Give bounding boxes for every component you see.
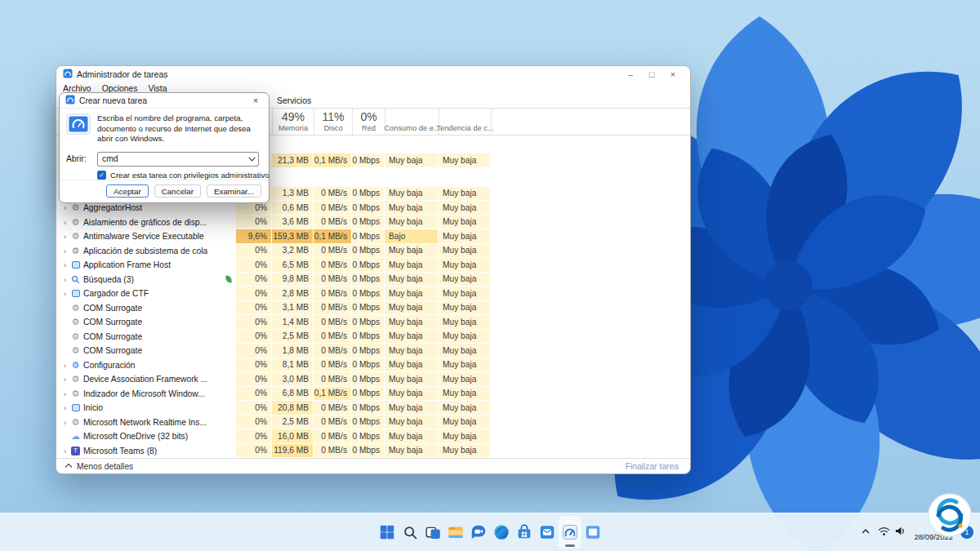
cell-mem: 2,5 MB [272,415,314,430]
expand-chevron-icon[interactable]: › [60,232,69,241]
process-name: ⚙ COM Surrogate [56,301,236,316]
process-row[interactable]: › Búsqueda (3) 0%9,8 MB0 MB/s0 MbpsMuy b… [56,273,690,287]
maximize-button[interactable]: □ [641,69,662,79]
menu-vista[interactable]: Vista [149,84,167,93]
expand-chevron-icon[interactable]: › [60,389,69,398]
cell-cpu: 0% [236,287,272,301]
cell-disk: 0 MB/s [314,273,352,287]
taskbar-task-manager-icon[interactable] [559,516,581,549]
process-row[interactable]: › ⚙ Aplicación de subsistema de cola 0%3… [56,244,690,259]
taskbar-chat-icon[interactable] [467,516,490,549]
gear-icon: ⚙ [69,304,82,313]
process-row[interactable]: ⚙ COM Surrogate 0%1,8 MB0 MB/s0 MbpsMuy … [56,344,690,358]
taskbar-mail-icon[interactable] [536,516,559,549]
close-button[interactable]: × [662,69,684,79]
expand-chevron-icon[interactable]: › [60,375,69,384]
cell-cpu: 0% [236,244,272,259]
row-filler [491,344,690,358]
process-row[interactable]: › Cargador de CTF 0%2,8 MB0 MB/s0 MbpsMu… [56,287,690,301]
process-row[interactable]: › Application Frame Host 0%6,5 MB0 MB/s0… [56,258,690,273]
row-filler [491,216,690,230]
process-row[interactable]: › ⚙ Antimalware Service Executable 9,6%1… [56,229,690,244]
cell-power: Muy baja [385,187,439,202]
process-row[interactable]: › ⚙ Microsoft Network Realtime Ins... 0%… [56,415,690,430]
admin-privileges-checkbox[interactable]: ✓ [97,171,106,180]
process-row[interactable]: ⚙ COM Surrogate 0%2,5 MB0 MB/s0 MbpsMuy … [56,330,690,344]
process-row[interactable]: › T Microsoft Teams (8) 0%119,6 MB0 MB/s… [56,444,690,459]
end-task-button[interactable]: Finalizar tarea [626,462,679,471]
cell-trend: Muy baja [439,229,491,244]
cell-power: Muy baja [385,444,439,459]
process-name: › ⚙ Aplicación de subsistema de cola [56,244,236,259]
browse-button[interactable]: Examinar... [207,184,261,198]
open-combobox[interactable]: cmd [97,152,259,167]
process-row[interactable]: › ⚙ Indizador de Microsoft Window... 0%6… [56,387,690,402]
expand-chevron-icon[interactable]: › [60,418,69,427]
cell-disk: 0 MB/s [314,315,352,330]
taskbar-task-view-icon[interactable] [421,516,444,549]
cell-cpu: 0% [236,358,272,373]
minimize-button[interactable]: – [620,69,641,79]
teams-icon: T [69,447,82,455]
cell-disk: 0 MB/s [314,301,352,316]
expand-chevron-icon[interactable]: › [60,361,69,370]
process-row[interactable]: › ⚙ Aislamiento de gráficos de disp... 0… [56,216,690,230]
expand-chevron-icon[interactable]: › [60,447,69,455]
cell-disk: 0 MB/s [314,401,352,415]
menu-archivo[interactable]: Archivo [63,84,91,93]
cell-disk: 0,1 MB/s [314,387,352,402]
row-filler [491,301,690,316]
cell-trend: Muy baja [439,372,491,387]
column-header-power[interactable]: Consumo de e... [385,109,439,135]
process-row[interactable]: › ⚙ Device Association Framework ... 0%3… [56,372,690,387]
status-bar: Menos detalles Finalizar tarea [56,458,690,473]
cell-net: 0 Mbps [352,273,385,287]
combo-dropdown-icon[interactable] [245,157,258,162]
network-icon [878,525,890,540]
desktop: Administrador de tareas – □ × ArchivoOpc… [0,0,980,551]
process-name: › ⚙ Indizador de Microsoft Window... [56,387,236,402]
expand-chevron-icon[interactable]: › [60,275,69,284]
cell-net: 0 Mbps [352,301,385,316]
expand-chevron-icon[interactable]: › [60,289,69,298]
process-row[interactable]: › ⚙ Configuración 0%8,1 MB0 MB/s0 MbpsMu… [56,358,690,373]
accept-button[interactable]: Aceptar [106,184,149,198]
taskbar-start-icon[interactable] [376,516,399,549]
cancel-button[interactable]: Cancelar [154,184,201,198]
process-row[interactable]: ⚙ COM Surrogate 0%3,1 MB0 MB/s0 MbpsMuy … [56,301,690,316]
cell-net: 0 Mbps [352,444,385,459]
cell-cpu: 0% [236,372,272,387]
taskbar-search-icon[interactable] [399,516,421,549]
cell-trend: Muy baja [439,273,491,287]
process-row[interactable]: › Inicio 0%20,8 MB0 MB/s0 MbpsMuy bajaMu… [56,401,690,415]
expand-chevron-icon[interactable]: › [60,218,69,227]
less-details-button[interactable]: Menos detalles [65,462,133,471]
tray-expand-icon[interactable] [861,525,871,540]
menu-opciones[interactable]: Opciones [102,84,138,93]
expand-chevron-icon[interactable]: › [60,260,69,269]
dialog-close-button[interactable]: × [248,96,263,105]
cell-power: Muy baja [385,258,439,273]
expand-chevron-icon[interactable]: › [60,203,69,212]
cell-net: 0 Mbps [352,229,385,244]
network-volume-cluster[interactable] [878,525,906,540]
cell-cpu: 0% [236,387,272,402]
taskbar-edge-icon[interactable] [490,516,513,549]
gear-icon: ⚙ [69,332,82,341]
expand-chevron-icon[interactable]: › [60,403,69,412]
column-header-mem[interactable]: 49% Memoria [272,109,314,135]
column-header-trend[interactable]: Tendencia de c... [439,109,491,135]
tab-servicios[interactable]: Servicios [277,96,311,105]
taskbar-store-icon[interactable] [513,516,536,549]
process-name: › ⚙ Configuración [56,358,236,373]
column-header-net[interactable]: 0% Red [352,109,385,135]
process-row[interactable]: ☁ Microsoft OneDrive (32 bits) 0%16,0 MB… [56,429,690,444]
expand-chevron-icon[interactable]: › [60,247,69,256]
column-header-disk[interactable]: 11% Disco [314,109,352,135]
row-filler [491,415,690,430]
taskbar-file-explorer-icon[interactable] [444,516,467,549]
taskbar-app-icon[interactable] [581,516,604,549]
process-row[interactable]: ⚙ COM Surrogate 0%1,4 MB0 MB/s0 MbpsMuy … [56,315,690,330]
process-name: ⚙ COM Surrogate [56,315,236,330]
gear-icon: ⚙ [69,232,82,241]
